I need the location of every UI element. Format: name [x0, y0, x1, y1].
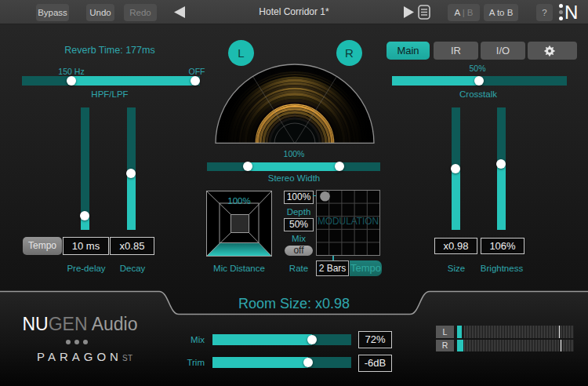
svg-text:MODULATION: MODULATION	[318, 216, 379, 227]
